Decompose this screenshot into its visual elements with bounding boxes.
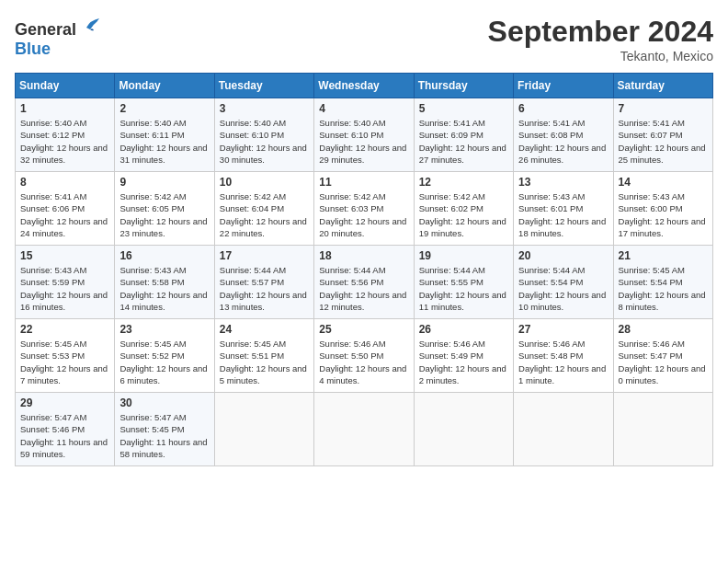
table-row: 5 Sunrise: 5:41 AM Sunset: 6:09 PM Dayli… bbox=[414, 98, 513, 172]
day-number: 13 bbox=[518, 176, 608, 189]
header-day-wednesday: Wednesday bbox=[314, 74, 414, 98]
table-row: 23 Sunrise: 5:45 AM Sunset: 5:52 PM Dayl… bbox=[115, 319, 214, 393]
header-day-friday: Friday bbox=[514, 74, 613, 98]
day-number: 18 bbox=[319, 249, 408, 262]
day-info: Sunrise: 5:45 AM Sunset: 5:53 PM Dayligh… bbox=[20, 338, 109, 386]
day-info: Sunrise: 5:41 AM Sunset: 6:09 PM Dayligh… bbox=[419, 117, 508, 166]
table-row: 3 Sunrise: 5:40 AM Sunset: 6:10 PM Dayli… bbox=[214, 98, 313, 172]
day-info: Sunrise: 5:40 AM Sunset: 6:12 PM Dayligh… bbox=[20, 117, 109, 166]
table-row: 14 Sunrise: 5:43 AM Sunset: 6:00 PM Dayl… bbox=[613, 172, 712, 246]
day-info: Sunrise: 5:46 AM Sunset: 5:47 PM Dayligh… bbox=[619, 338, 708, 386]
day-info: Sunrise: 5:47 AM Sunset: 5:46 PM Dayligh… bbox=[20, 411, 109, 460]
header-day-thursday: Thursday bbox=[414, 74, 513, 98]
table-row: 25 Sunrise: 5:46 AM Sunset: 5:50 PM Dayl… bbox=[314, 319, 414, 393]
day-info: Sunrise: 5:44 AM Sunset: 5:54 PM Dayligh… bbox=[518, 264, 608, 313]
table-row: 6 Sunrise: 5:41 AM Sunset: 6:08 PM Dayli… bbox=[514, 98, 613, 172]
day-number: 15 bbox=[20, 249, 109, 262]
day-info: Sunrise: 5:44 AM Sunset: 5:56 PM Dayligh… bbox=[319, 264, 408, 313]
logo-bird-icon bbox=[83, 15, 103, 35]
month-year-title: September 2024 bbox=[488, 15, 713, 49]
day-info: Sunrise: 5:42 AM Sunset: 6:04 PM Dayligh… bbox=[220, 190, 309, 239]
title-block: September 2024 Tekanto, Mexico bbox=[488, 15, 713, 63]
day-info: Sunrise: 5:42 AM Sunset: 6:05 PM Dayligh… bbox=[119, 190, 209, 239]
day-info: Sunrise: 5:41 AM Sunset: 6:07 PM Dayligh… bbox=[619, 117, 708, 166]
day-number: 9 bbox=[119, 176, 209, 189]
calendar-week-5: 29 Sunrise: 5:47 AM Sunset: 5:46 PM Dayl… bbox=[16, 393, 713, 466]
table-row: 26 Sunrise: 5:46 AM Sunset: 5:49 PM Dayl… bbox=[414, 319, 513, 393]
calendar-header: SundayMondayTuesdayWednesdayThursdayFrid… bbox=[16, 74, 713, 98]
table-row: 4 Sunrise: 5:40 AM Sunset: 6:10 PM Dayli… bbox=[314, 98, 414, 172]
day-info: Sunrise: 5:43 AM Sunset: 5:59 PM Dayligh… bbox=[20, 264, 109, 313]
location-subtitle: Tekanto, Mexico bbox=[488, 49, 713, 63]
table-row: 11 Sunrise: 5:42 AM Sunset: 6:03 PM Dayl… bbox=[314, 172, 414, 246]
day-info: Sunrise: 5:42 AM Sunset: 6:03 PM Dayligh… bbox=[319, 190, 408, 239]
day-number: 26 bbox=[419, 323, 508, 336]
day-number: 4 bbox=[319, 102, 408, 115]
day-number: 21 bbox=[619, 249, 708, 262]
day-number: 7 bbox=[619, 102, 708, 115]
table-row bbox=[314, 393, 414, 466]
day-info: Sunrise: 5:45 AM Sunset: 5:51 PM Dayligh… bbox=[220, 338, 309, 386]
day-info: Sunrise: 5:42 AM Sunset: 6:02 PM Dayligh… bbox=[419, 190, 508, 239]
day-number: 23 bbox=[119, 323, 209, 336]
day-number: 8 bbox=[20, 176, 109, 189]
table-row: 15 Sunrise: 5:43 AM Sunset: 5:59 PM Dayl… bbox=[16, 246, 115, 319]
day-info: Sunrise: 5:40 AM Sunset: 6:10 PM Dayligh… bbox=[220, 117, 309, 166]
table-row: 28 Sunrise: 5:46 AM Sunset: 5:47 PM Dayl… bbox=[613, 319, 712, 393]
day-info: Sunrise: 5:41 AM Sunset: 6:06 PM Dayligh… bbox=[20, 190, 109, 239]
day-number: 25 bbox=[319, 323, 408, 336]
table-row: 20 Sunrise: 5:44 AM Sunset: 5:54 PM Dayl… bbox=[514, 246, 613, 319]
table-row: 27 Sunrise: 5:46 AM Sunset: 5:48 PM Dayl… bbox=[514, 319, 613, 393]
table-row: 29 Sunrise: 5:47 AM Sunset: 5:46 PM Dayl… bbox=[16, 393, 115, 466]
day-info: Sunrise: 5:41 AM Sunset: 6:08 PM Dayligh… bbox=[518, 117, 608, 166]
day-number: 29 bbox=[20, 396, 109, 409]
table-row: 19 Sunrise: 5:44 AM Sunset: 5:55 PM Dayl… bbox=[414, 246, 513, 319]
day-number: 28 bbox=[619, 323, 708, 336]
calendar-week-2: 8 Sunrise: 5:41 AM Sunset: 6:06 PM Dayli… bbox=[16, 172, 713, 246]
table-row: 2 Sunrise: 5:40 AM Sunset: 6:11 PM Dayli… bbox=[115, 98, 214, 172]
table-row bbox=[214, 393, 313, 466]
day-info: Sunrise: 5:43 AM Sunset: 6:00 PM Dayligh… bbox=[619, 190, 708, 239]
table-row: 7 Sunrise: 5:41 AM Sunset: 6:07 PM Dayli… bbox=[613, 98, 712, 172]
table-row: 17 Sunrise: 5:44 AM Sunset: 5:57 PM Dayl… bbox=[214, 246, 313, 319]
header-day-saturday: Saturday bbox=[613, 74, 712, 98]
logo-text: General Blue bbox=[15, 15, 103, 59]
day-number: 11 bbox=[319, 176, 408, 189]
day-info: Sunrise: 5:44 AM Sunset: 5:57 PM Dayligh… bbox=[220, 264, 309, 313]
logo-general: General bbox=[15, 20, 76, 39]
day-number: 19 bbox=[419, 249, 508, 262]
day-info: Sunrise: 5:47 AM Sunset: 5:45 PM Dayligh… bbox=[119, 411, 209, 460]
table-row bbox=[414, 393, 513, 466]
page-header: General Blue September 2024 Tekanto, Mex… bbox=[15, 15, 713, 63]
calendar-week-3: 15 Sunrise: 5:43 AM Sunset: 5:59 PM Dayl… bbox=[16, 246, 713, 319]
day-number: 30 bbox=[119, 396, 209, 409]
table-row: 12 Sunrise: 5:42 AM Sunset: 6:02 PM Dayl… bbox=[414, 172, 513, 246]
day-number: 6 bbox=[518, 102, 608, 115]
logo-blue: Blue bbox=[15, 40, 51, 58]
table-row: 10 Sunrise: 5:42 AM Sunset: 6:04 PM Dayl… bbox=[214, 172, 313, 246]
day-number: 3 bbox=[220, 102, 309, 115]
day-number: 27 bbox=[518, 323, 608, 336]
day-info: Sunrise: 5:40 AM Sunset: 6:10 PM Dayligh… bbox=[319, 117, 408, 166]
day-info: Sunrise: 5:46 AM Sunset: 5:50 PM Dayligh… bbox=[319, 338, 408, 386]
day-number: 16 bbox=[119, 249, 209, 262]
day-info: Sunrise: 5:43 AM Sunset: 5:58 PM Dayligh… bbox=[119, 264, 209, 313]
day-number: 14 bbox=[619, 176, 708, 189]
table-row: 18 Sunrise: 5:44 AM Sunset: 5:56 PM Dayl… bbox=[314, 246, 414, 319]
table-row: 9 Sunrise: 5:42 AM Sunset: 6:05 PM Dayli… bbox=[115, 172, 214, 246]
day-number: 12 bbox=[419, 176, 508, 189]
table-row: 13 Sunrise: 5:43 AM Sunset: 6:01 PM Dayl… bbox=[514, 172, 613, 246]
table-row: 16 Sunrise: 5:43 AM Sunset: 5:58 PM Dayl… bbox=[115, 246, 214, 319]
header-day-tuesday: Tuesday bbox=[214, 74, 313, 98]
calendar-week-1: 1 Sunrise: 5:40 AM Sunset: 6:12 PM Dayli… bbox=[16, 98, 713, 172]
day-number: 17 bbox=[220, 249, 309, 262]
day-info: Sunrise: 5:40 AM Sunset: 6:11 PM Dayligh… bbox=[119, 117, 209, 166]
day-info: Sunrise: 5:43 AM Sunset: 6:01 PM Dayligh… bbox=[518, 190, 608, 239]
day-number: 5 bbox=[419, 102, 508, 115]
table-row: 30 Sunrise: 5:47 AM Sunset: 5:45 PM Dayl… bbox=[115, 393, 214, 466]
calendar-table: SundayMondayTuesdayWednesdayThursdayFrid… bbox=[15, 73, 713, 466]
table-row: 24 Sunrise: 5:45 AM Sunset: 5:51 PM Dayl… bbox=[214, 319, 313, 393]
day-number: 2 bbox=[119, 102, 209, 115]
table-row bbox=[514, 393, 613, 466]
header-row: SundayMondayTuesdayWednesdayThursdayFrid… bbox=[16, 74, 713, 98]
